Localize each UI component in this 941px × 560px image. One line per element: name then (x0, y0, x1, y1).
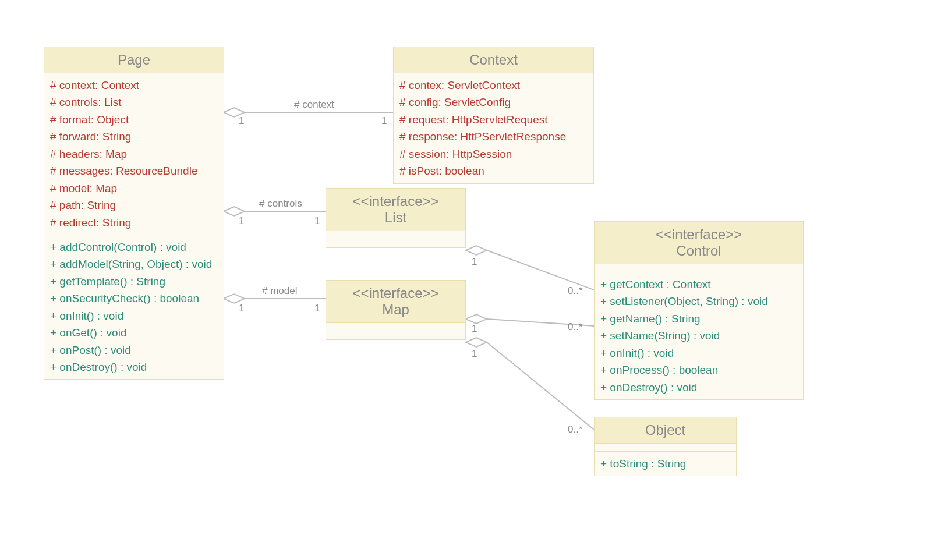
class-context-name: Context (397, 52, 590, 68)
class-context: Context # contex: ServletContext # confi… (393, 47, 594, 184)
svg-marker-4 (224, 294, 245, 303)
class-list: <<interface>> List (326, 188, 466, 248)
attr: # controls: List (50, 94, 218, 111)
op: + onSecurityCheck() : boolean (50, 290, 218, 307)
class-map: <<interface>> Map (326, 280, 466, 340)
op: + onInit() : void (600, 345, 797, 361)
attr: # contex: ServletContext (399, 77, 588, 94)
op: + onDestroy() : void (50, 359, 218, 375)
mult-page-list-1a: 1 (239, 215, 244, 227)
attr: # redirect: String (50, 214, 218, 231)
mult-page-context-1b: 1 (381, 115, 387, 127)
class-map-title: <<interface>> Map (326, 281, 465, 323)
class-list-title: <<interface>> List (326, 189, 465, 231)
attr: # context: Context (50, 77, 218, 94)
class-control-stereotype: <<interface>> (598, 226, 800, 243)
class-page-title: Page (44, 47, 224, 73)
mult-map-control-1: 1 (472, 323, 477, 335)
class-control: <<interface>> Control + getContext : Con… (594, 221, 804, 400)
op: + onInit() : void (50, 307, 218, 324)
class-list-stereotype: <<interface>> (330, 193, 462, 210)
op: + addControl(Control) : void (50, 239, 218, 256)
class-page-name: Page (48, 52, 220, 68)
mult-list-control-1: 1 (472, 256, 477, 268)
label-controls-assoc: # controls (259, 198, 302, 210)
class-object-attributes (595, 444, 736, 452)
op: + getName() : String (600, 310, 797, 327)
svg-marker-8 (466, 338, 487, 347)
attr: # format: Object (50, 111, 218, 128)
class-control-attributes (595, 264, 803, 272)
mult-list-control-many: 0..* (568, 285, 583, 297)
mult-page-list-1b: 1 (314, 215, 320, 227)
class-map-attributes (326, 323, 465, 331)
class-map-stereotype: <<interface>> (330, 285, 462, 302)
mult-page-map-1a: 1 (239, 303, 244, 314)
class-object-operations: + toString : String (595, 452, 736, 476)
class-context-attributes: # contex: ServletContext # config: Servl… (394, 73, 593, 183)
class-object-name: Object (598, 422, 733, 438)
label-context-assoc: # context (294, 99, 334, 111)
op: + setListener(Object, String) : void (600, 293, 797, 310)
op: + getTemplate() : String (50, 273, 218, 290)
mult-map-object-1: 1 (472, 348, 477, 360)
svg-marker-2 (224, 207, 245, 216)
attr: # path: String (50, 197, 218, 214)
mult-page-map-1b: 1 (314, 303, 320, 314)
mult-page-context-1a: 1 (239, 115, 244, 127)
attr: # isPost: boolean (399, 162, 588, 179)
attr: # headers: Map (50, 146, 218, 162)
attr: # request: HttpServletRequest (399, 111, 588, 128)
attr: # forward: String (50, 128, 218, 145)
class-map-operations (326, 331, 465, 339)
attr: # messages: ResourceBundle (50, 162, 218, 179)
attr: # session: HttpSession (399, 146, 588, 162)
op: + getContext : Context (600, 276, 797, 293)
class-control-title: <<interface>> Control (595, 222, 803, 264)
op: + onGet() : void (50, 324, 218, 341)
class-control-operations: + getContext : Context + setListener(Obj… (595, 272, 803, 399)
class-page-operations: + addControl(Control) : void + addModel(… (44, 235, 224, 380)
class-control-name: Control (598, 243, 800, 259)
op: + onProcess() : boolean (600, 361, 797, 378)
class-list-name: List (330, 210, 462, 226)
class-object: Object + toString : String (594, 417, 737, 476)
op: + toString : String (600, 455, 730, 472)
op: + onPost() : void (50, 342, 218, 359)
mult-map-control-many: 0..* (568, 321, 583, 333)
class-list-operations (326, 239, 465, 247)
class-page-attributes: # context: Context # controls: List # fo… (44, 73, 224, 235)
op: + addModel(String, Object) : void (50, 256, 218, 272)
svg-marker-7 (466, 314, 487, 324)
class-object-title: Object (595, 417, 736, 444)
attr: # config: ServletConfig (399, 94, 588, 111)
attr: # model: Map (50, 180, 218, 197)
mult-map-object-many: 0..* (568, 424, 583, 435)
attr: # response: HttPServletResponse (399, 128, 588, 145)
label-model-assoc: # model (262, 285, 297, 297)
class-list-attributes (326, 231, 465, 239)
class-context-title: Context (394, 47, 593, 73)
class-page: Page # context: Context # controls: List… (44, 47, 224, 380)
op: + setName(String) : void (600, 327, 797, 344)
svg-marker-6 (466, 246, 487, 255)
op: + onDestroy() : void (600, 379, 797, 396)
class-map-name: Map (330, 302, 462, 318)
